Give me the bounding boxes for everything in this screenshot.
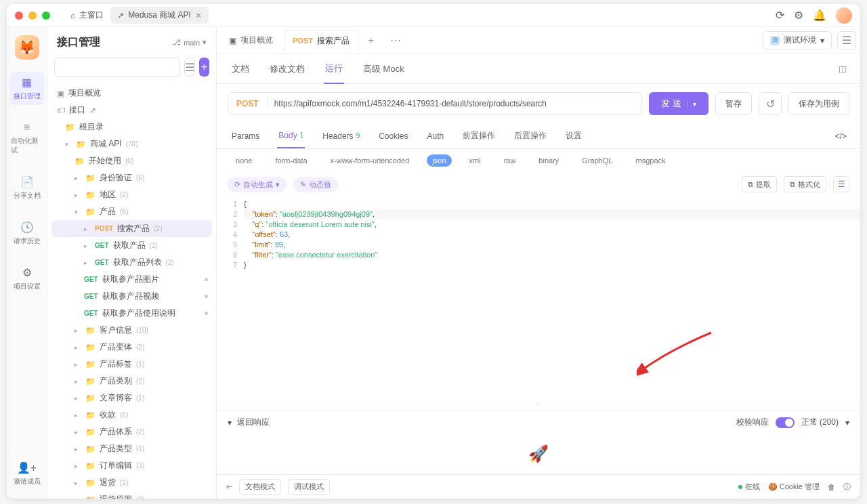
code-icon[interactable]: </> [835, 131, 847, 141]
tree-folder[interactable]: ▸📁产品类型(1) [51, 440, 212, 457]
tree-folder[interactable]: ▸📁身份验证(6) [51, 169, 212, 186]
param-tab-auth[interactable]: Auth [426, 125, 446, 148]
debug-mode-button[interactable]: 调试模式 [288, 479, 330, 495]
tree-folder[interactable]: ▸📁收款(6) [51, 406, 212, 423]
tree-endpoint-search[interactable]: ▸POST搜索产品(2) [51, 220, 212, 237]
tree-label: 收款 [100, 409, 116, 421]
rail-settings[interactable]: ⚙ 项目设置 [9, 262, 45, 295]
tree-folder[interactable]: ▸📁产品变体(2) [51, 339, 212, 356]
tree-endpoint[interactable]: GET获取参产品使用说明 [51, 305, 212, 322]
body-type-binary[interactable]: binary [533, 154, 564, 167]
avatar[interactable] [836, 7, 852, 24]
tree-root-dir[interactable]: 📁 根目录 [51, 119, 212, 135]
body-type-form[interactable]: form-data [270, 154, 312, 167]
response-status[interactable]: 正常 (200) [801, 417, 839, 428]
tree-folder[interactable]: ▾📁产品(6) [51, 203, 212, 220]
resize-handle[interactable]: ⋯ [217, 398, 860, 411]
help-icon[interactable]: ⓘ [843, 482, 851, 492]
format-button[interactable]: ⧉格式化 [784, 176, 826, 192]
rail-history[interactable]: 🕓 请求历史 [9, 217, 45, 250]
tree-folder[interactable]: ▸📁退货原因(2) [51, 491, 212, 499]
tree-folder[interactable]: ▸📁产品体系(2) [51, 423, 212, 440]
body-type-none[interactable]: none [230, 154, 257, 167]
title-tab-active[interactable]: ↗ Medusa 商城 API ✕ [110, 7, 209, 24]
search-input[interactable] [54, 58, 180, 77]
window-maximize[interactable] [42, 12, 50, 20]
bell-icon[interactable]: 🔔 [813, 9, 826, 22]
param-tab-settings[interactable]: 设置 [564, 123, 583, 148]
tree-folder[interactable]: ▸📁产品类别(2) [51, 373, 212, 390]
rail-invite[interactable]: 👤+ 邀请成员 [9, 457, 45, 490]
add-button[interactable]: + [199, 58, 209, 77]
cookie-manage[interactable]: 🍪 Cookie 管理 [768, 482, 820, 492]
save-temp-button[interactable]: 暂存 [715, 92, 752, 115]
tab-active-endpoint[interactable]: POST 搜索产品 [284, 30, 358, 51]
tree-endpoint[interactable]: GET获取参产品图片 [51, 271, 212, 288]
url-input[interactable] [268, 99, 642, 108]
tree-folder[interactable]: ▸📁文章博客(1) [51, 390, 212, 406]
subnav-mock[interactable]: 高级 Mock [362, 55, 406, 83]
tree-endpoint[interactable]: GET获取参产品视频 [51, 288, 212, 305]
subnav-doc[interactable]: 文档 [230, 55, 251, 83]
collapse-icon[interactable]: ⇤ [226, 482, 232, 491]
body-type-graphql[interactable]: GraphQL [576, 154, 618, 167]
refresh-icon[interactable]: ⟳ [776, 9, 784, 22]
body-type-xml[interactable]: xml [464, 154, 486, 167]
title-tab-home[interactable]: ⌂ 主窗口 [64, 7, 110, 24]
tree-folder[interactable]: ▸📁订单编辑(3) [51, 457, 212, 474]
subnav-edit[interactable]: 修改文档 [268, 55, 306, 83]
param-tab-pre[interactable]: 前置操作 [461, 123, 496, 148]
verify-toggle[interactable] [776, 417, 795, 428]
dynamic-value-button[interactable]: ✎ 动态值 [293, 177, 338, 192]
param-tab-headers[interactable]: Headers9 [321, 125, 361, 148]
reset-button[interactable]: ↺ [759, 92, 782, 115]
tab-overview[interactable]: ▣ 项目概览 [221, 30, 281, 51]
subnav-run[interactable]: 运行 [324, 54, 344, 84]
rail-api-management[interactable]: ▦ 接口管理 [9, 72, 45, 105]
window-minimize[interactable] [28, 12, 37, 20]
tab-add[interactable]: + [361, 35, 381, 47]
body-type-json[interactable]: json [427, 154, 451, 167]
doc-mode-button[interactable]: 文档模式 [239, 479, 281, 495]
auto-generate-button[interactable]: ⟳ 自动生成 ▾ [228, 177, 287, 192]
param-tab-body[interactable]: Body1 [277, 124, 305, 148]
param-tab-post[interactable]: 后置操作 [513, 123, 548, 148]
extract-button[interactable]: ⧉提取 [742, 176, 777, 192]
tree-folder[interactable]: 📁开始使用(0) [51, 152, 212, 169]
panel-toggle[interactable]: ☰ [837, 31, 856, 50]
chevron-down-icon[interactable]: ▾ [687, 100, 696, 108]
tree-folder[interactable]: ▸📁产品标签(1) [51, 356, 212, 373]
body-type-raw[interactable]: raw [499, 154, 522, 167]
tree-folder[interactable]: ▸📁客户信息(10) [51, 322, 212, 339]
trash-icon[interactable]: 🗑 [828, 483, 835, 491]
json-editor[interactable]: 1234567 { "token": "aosfj0239jt0439hg094… [217, 196, 860, 398]
param-tab-cookies[interactable]: Cookies [377, 125, 409, 148]
tree-folder[interactable]: ▸📁地区(2) [51, 186, 212, 203]
tree-group-mall[interactable]: ▾ 📁 商城 API (70) [51, 135, 212, 152]
window-close[interactable] [15, 12, 23, 20]
tree-endpoint[interactable]: ▸GET获取产品(2) [51, 237, 212, 254]
tree-folder[interactable]: ▸📁退货(1) [51, 474, 212, 491]
code-body[interactable]: { "token": "aosfj0239jt0439hg094gj09", "… [244, 199, 860, 395]
tree-endpoint[interactable]: ▸GET获取产品列表(2) [51, 254, 212, 271]
body-type-msgpack[interactable]: msgpack [631, 154, 671, 167]
rail-automation[interactable]: ≡ 自动化测试 [9, 117, 45, 159]
request-method[interactable]: POST [228, 99, 268, 108]
environment-selector[interactable]: 测 测试环境 ▾ [763, 31, 832, 49]
chevron-down-icon[interactable]: ▾ [228, 418, 232, 427]
param-tab-params[interactable]: Params [230, 125, 261, 148]
save-case-button[interactable]: 保存为用例 [788, 92, 849, 115]
layout-toggle[interactable]: ◫ [839, 64, 847, 74]
filter-button[interactable]: ☰ [184, 58, 195, 77]
filter-icon[interactable]: ☰ [833, 176, 849, 192]
rail-share[interactable]: 📄 分享文档 [9, 171, 45, 205]
tree-interface-root[interactable]: 🏷 接口 ↗ [51, 102, 212, 119]
tab-more[interactable]: ⋯ [383, 34, 408, 47]
send-button[interactable]: 发 送 ▾ [649, 92, 709, 115]
body-type-urlenc[interactable]: x-www-form-urlencoded [325, 154, 415, 167]
settings-icon[interactable]: ⚙ [794, 9, 803, 22]
close-icon[interactable]: ✕ [195, 11, 202, 20]
branch-selector[interactable]: ⎇ main ▾ [172, 38, 207, 47]
tree-overview[interactable]: ▣ 项目概览 [51, 85, 212, 102]
chevron-down-icon[interactable]: ▾ [845, 418, 849, 427]
